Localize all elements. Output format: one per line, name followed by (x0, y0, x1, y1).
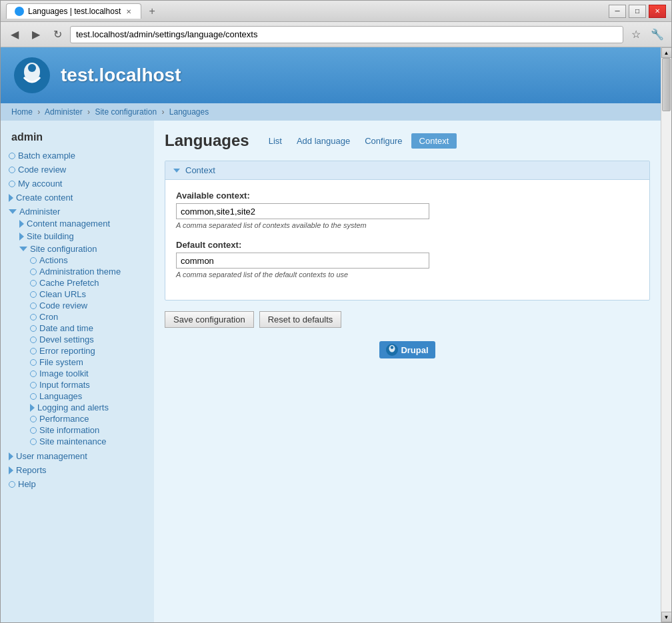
sidebar-item-content-management[interactable]: Content management (17, 217, 149, 230)
sidebar-link-user-management[interactable]: User management (6, 450, 149, 462)
available-context-description: A comma separated list of contexts avail… (176, 221, 639, 229)
sidebar-link-code-review2[interactable]: Code review (27, 300, 149, 311)
tab-configure[interactable]: Configure (359, 133, 408, 149)
sidebar-item-site-information[interactable]: Site information (27, 424, 149, 436)
window-controls: ─ □ ✕ (609, 5, 666, 18)
sidebar-link-devel-settings[interactable]: Devel settings (27, 334, 149, 345)
sidebar-item-error-reporting[interactable]: Error reporting (27, 345, 149, 356)
page-title: Languages (165, 131, 249, 150)
sidebar-item-cron[interactable]: Cron (27, 311, 149, 322)
sidebar-item-site-configuration[interactable]: Site configuration Actions Administratio… (17, 243, 149, 448)
sidebar-item-my-account[interactable]: My account (6, 177, 149, 191)
sidebar-item-administer[interactable]: Administer Content management (6, 205, 149, 449)
bullet-icon (9, 153, 15, 159)
sidebar-item-code-review[interactable]: Code review (6, 163, 149, 177)
scroll-up-button[interactable]: ▲ (661, 47, 672, 58)
breadcrumb: Home › Administer › Site configuration ›… (1, 103, 661, 121)
sidebar-link-image-toolkit[interactable]: Image toolkit (27, 368, 149, 379)
sidebar-item-clean-urls[interactable]: Clean URLs (27, 289, 149, 300)
sidebar-item-admin-theme[interactable]: Administration theme (27, 266, 149, 277)
close-button[interactable]: ✕ (649, 5, 666, 18)
sidebar-link-site-building[interactable]: Site building (17, 231, 149, 242)
sidebar-item-reports[interactable]: Reports (6, 463, 149, 477)
sidebar-link-create-content[interactable]: Create content (6, 192, 149, 203)
settings-icon[interactable]: 🔧 (649, 26, 666, 43)
back-button[interactable]: ◀ (6, 26, 23, 43)
bookmark-icon[interactable]: ☆ (627, 26, 645, 43)
sidebar-link-my-account[interactable]: My account (6, 178, 149, 189)
sidebar-item-file-system[interactable]: File system (27, 356, 149, 368)
reset-defaults-button[interactable]: Reset to defaults (259, 311, 342, 328)
sidebar-item-help[interactable]: Help (6, 477, 149, 491)
sidebar-link-reports[interactable]: Reports (6, 464, 149, 476)
page-content: test.localhost Home › Administer › Site … (1, 47, 671, 622)
sidebar-link-date-time[interactable]: Date and time (27, 322, 149, 334)
tab-add-language[interactable]: Add language (291, 133, 356, 149)
scroll-thumb[interactable] (662, 58, 671, 111)
sidebar-link-site-maintenance[interactable]: Site maintenance (27, 436, 149, 447)
sidebar-item-code-review2[interactable]: Code review (27, 300, 149, 311)
tab-context[interactable]: Context (411, 133, 457, 149)
reload-button[interactable]: ↻ (49, 26, 66, 43)
sidebar-link-administer[interactable]: Administer (6, 206, 149, 217)
sidebar-item-create-content[interactable]: Create content (6, 191, 149, 205)
breadcrumb-site-configuration[interactable]: Site configuration (95, 107, 157, 117)
sidebar-link-languages[interactable]: Languages (27, 390, 149, 402)
default-context-input[interactable] (176, 253, 429, 269)
sidebar-link-help[interactable]: Help (6, 478, 149, 490)
browser-tab[interactable]: Languages | test.localhost ✕ (6, 3, 141, 19)
bullet-icon (30, 325, 37, 332)
sidebar-link-cron[interactable]: Cron (27, 311, 149, 322)
sidebar-item-performance[interactable]: Performance (27, 413, 149, 424)
sidebar-item-date-time[interactable]: Date and time (27, 322, 149, 334)
minimize-button[interactable]: ─ (609, 5, 626, 18)
new-tab-button[interactable]: + (144, 3, 160, 19)
sidebar-item-cache-prefetch[interactable]: Cache Prefetch (27, 277, 149, 289)
sidebar-link-error-reporting[interactable]: Error reporting (27, 345, 149, 356)
save-configuration-button[interactable]: Save configuration (165, 311, 254, 328)
tab-list[interactable]: List (263, 133, 288, 149)
sidebar-item-site-maintenance[interactable]: Site maintenance (27, 436, 149, 447)
sidebar-item-input-formats[interactable]: Input formats (27, 379, 149, 390)
sidebar-item-site-building[interactable]: Site building (17, 230, 149, 243)
triangle-right-icon (9, 452, 13, 460)
available-context-input[interactable] (176, 203, 429, 219)
bullet-icon (30, 303, 37, 309)
breadcrumb-administer[interactable]: Administer (45, 107, 83, 117)
svg-point-5 (391, 346, 394, 349)
scroll-down-button[interactable]: ▼ (661, 612, 672, 622)
collapse-icon[interactable] (173, 169, 180, 173)
sidebar-link-batch-example[interactable]: Batch example (6, 150, 149, 161)
sidebar-link-site-information[interactable]: Site information (27, 424, 149, 436)
sidebar-item-logging-alerts[interactable]: Logging and alerts (27, 402, 149, 413)
sidebar-link-cache-prefetch[interactable]: Cache Prefetch (27, 277, 149, 289)
sidebar-link-logging-alerts[interactable]: Logging and alerts (27, 402, 149, 413)
sidebar-link-code-review[interactable]: Code review (6, 164, 149, 175)
sidebar-item-user-management[interactable]: User management (6, 449, 149, 463)
sidebar-item-devel-settings[interactable]: Devel settings (27, 334, 149, 345)
sidebar-item-languages[interactable]: Languages (27, 390, 149, 402)
sidebar-item-image-toolkit[interactable]: Image toolkit (27, 368, 149, 379)
bullet-icon (30, 370, 37, 377)
sidebar-link-site-configuration[interactable]: Site configuration (17, 243, 149, 255)
scroll-track[interactable] (661, 58, 671, 612)
bullet-icon (30, 314, 37, 320)
sidebar-item-batch-example[interactable]: Batch example (6, 149, 149, 163)
sidebar-item-actions[interactable]: Actions (27, 255, 149, 266)
sidebar-link-admin-theme[interactable]: Administration theme (27, 266, 149, 277)
sidebar: admin Batch example Code review (1, 121, 154, 622)
breadcrumb-home[interactable]: Home (11, 107, 33, 117)
scrollbar[interactable]: ▲ ▼ (661, 47, 671, 622)
main-layout: admin Batch example Code review (1, 121, 661, 622)
tab-close-icon[interactable]: ✕ (125, 7, 133, 15)
page-inner: test.localhost Home › Administer › Site … (1, 47, 661, 622)
address-input[interactable] (70, 26, 623, 43)
sidebar-link-performance[interactable]: Performance (27, 413, 149, 424)
forward-button[interactable]: ▶ (27, 26, 45, 43)
sidebar-link-content-management[interactable]: Content management (17, 218, 149, 229)
sidebar-link-clean-urls[interactable]: Clean URLs (27, 289, 149, 300)
sidebar-link-file-system[interactable]: File system (27, 356, 149, 368)
sidebar-link-actions[interactable]: Actions (27, 255, 149, 266)
maximize-button[interactable]: □ (629, 5, 646, 18)
sidebar-link-input-formats[interactable]: Input formats (27, 379, 149, 390)
